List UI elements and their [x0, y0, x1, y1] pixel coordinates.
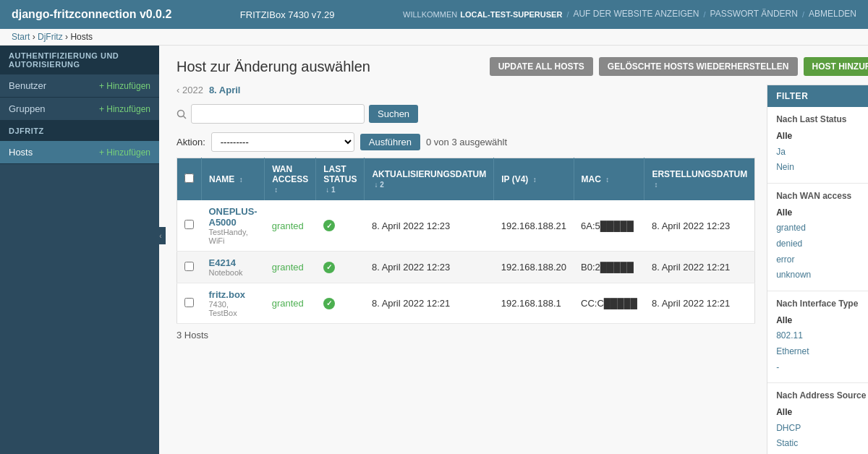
filter-link-2-0[interactable]: Alle [776, 313, 868, 329]
col-created[interactable]: ERSTELLUNGSDATUM ↕ [644, 158, 755, 201]
action-row: Aktion: --------- Ausgewählte Hosts lösc… [176, 132, 755, 152]
filter-link-3-1[interactable]: DHCP [776, 421, 868, 437]
col-update-date[interactable]: AKTUALISIERUNGSDATUM ↓ 2 [365, 158, 494, 201]
col-mac[interactable]: MAC ↕ [574, 158, 644, 201]
filter-section-3: Nach Address SourceAlleDHCPStatic [767, 383, 868, 454]
filter-link-1-3[interactable]: error [776, 252, 868, 268]
logout-link[interactable]: ABMELDEN [809, 7, 856, 22]
row-created: 8. April 2022 12:21 [644, 252, 755, 283]
table-row: E4214 Notebook granted 8. April 2022 12:… [177, 252, 755, 283]
filter-section-title-2: Nach Interface Type [776, 299, 868, 309]
row-checkbox[interactable] [184, 298, 194, 307]
row-mac: B0:2█████ [574, 252, 644, 283]
col-last-status[interactable]: LAST STATUS ↓ 1 [316, 158, 365, 201]
filter-link-2-2[interactable]: Ethernet [776, 344, 868, 360]
table-header-row: NAME ↕ WAN ACCESS ↕ LAST STATUS ↓ 1 AKTU… [177, 158, 755, 201]
filter-link-0-0[interactable]: Alle [776, 129, 868, 145]
filter-link-1-4[interactable]: unknown [776, 267, 868, 283]
row-name: fritz.box 7430, TestBox [202, 283, 265, 324]
row-checkbox-cell [177, 252, 202, 283]
row-ip: 192.168.188.21 [494, 200, 574, 252]
sidebar: AUTHENTIFIZIERUNG UND AUTORISIERUNG Benu… [0, 46, 159, 454]
sidebar-item-hosts[interactable]: Hosts + Hinzufügen [0, 141, 159, 164]
row-checkbox[interactable] [184, 262, 194, 271]
groups-label: Gruppen [9, 103, 46, 114]
search-button[interactable]: Suchen [369, 105, 418, 123]
users-add-link[interactable]: + Hinzufügen [99, 81, 150, 91]
row-name: ONEPLUS-A5000 TestHandy, WiFi [202, 200, 265, 252]
data-table: NAME ↕ WAN ACCESS ↕ LAST STATUS ↓ 1 AKTU… [176, 158, 755, 324]
row-wan-access: granted [265, 200, 316, 252]
select-all-checkbox[interactable] [184, 174, 194, 183]
search-input[interactable] [191, 104, 365, 124]
filter-link-0-2[interactable]: Nein [776, 160, 868, 176]
svg-line-1 [184, 116, 187, 119]
host-name-link[interactable]: ONEPLUS-A5000 [209, 206, 258, 228]
breadcrumb-current: Hosts [70, 32, 93, 42]
status-icon [323, 220, 335, 231]
filter-link-0-1[interactable]: Ja [776, 145, 868, 160]
search-icon [176, 109, 187, 119]
selection-count: 0 von 3 ausgewählt [426, 137, 507, 147]
filter-section-title-0: Nach Last Status [776, 114, 868, 124]
row-ip: 192.168.188.20 [494, 252, 574, 283]
restore-hosts-button[interactable]: GELÖSCHTE HOSTS WIEDERHERSTELLEN [599, 57, 798, 76]
device-name: FRITZIBox 7430 v7.29 [240, 9, 335, 20]
filter-link-1-2[interactable]: denied [776, 236, 868, 252]
row-last-status [316, 252, 365, 283]
breadcrumb-djfritz[interactable]: DjFritz [38, 32, 63, 42]
groups-add-link[interactable]: + Hinzufügen [99, 104, 150, 114]
col-ip[interactable]: IP (V4) ↕ [494, 158, 574, 201]
host-count: 3 Hosts [176, 330, 755, 340]
table-row: ONEPLUS-A5000 TestHandy, WiFi granted 8.… [177, 200, 755, 252]
add-host-button[interactable]: HOST HINZUFÜGEN + [804, 57, 868, 76]
row-mac: CC:C█████ [574, 283, 644, 324]
view-site-link[interactable]: AUF DER WEBSITE ANZEIGEN [573, 7, 699, 22]
action-select[interactable]: --------- Ausgewählte Hosts löschen [211, 132, 354, 152]
change-password-link[interactable]: PASSWORT ÄNDERN [710, 7, 798, 22]
separator3: / [802, 10, 804, 19]
filter-section-title-3: Nach Address Source [776, 390, 868, 401]
filter-link-3-0[interactable]: Alle [776, 405, 868, 421]
row-created: 8. April 2022 12:21 [644, 283, 755, 324]
update-hosts-button[interactable]: UPDATE ALL HOSTS [490, 57, 593, 76]
filter-section-2: Nach Interface TypeAlle802.11Ethernet- [767, 291, 868, 383]
header-buttons: UPDATE ALL HOSTS GELÖSCHTE HOSTS WIEDERH… [490, 57, 868, 76]
filter-link-3-2[interactable]: Static [776, 436, 868, 452]
row-checkbox[interactable] [184, 220, 194, 229]
content-with-filter: ‹ 2022 8. April Suchen Ak [176, 85, 868, 454]
users-label: Benutzer [9, 80, 46, 91]
main-layout: AUTHENTIFIZIERUNG UND AUTORISIERUNG Benu… [0, 46, 868, 454]
row-name: E4214 Notebook [202, 252, 265, 283]
sidebar-item-users[interactable]: Benutzer + Hinzufügen [0, 74, 159, 98]
col-checkbox [177, 158, 202, 201]
row-ip: 192.168.188.1 [494, 283, 574, 324]
action-label: Aktion: [176, 137, 205, 147]
month-nav[interactable]: 8. April [209, 85, 241, 95]
page-header: Host zur Änderung auswählen UPDATE ALL H… [176, 57, 868, 76]
host-sub-text: Notebook [209, 268, 258, 277]
sidebar-toggle[interactable]: ‹ [156, 227, 166, 244]
breadcrumb-start[interactable]: Start [12, 32, 30, 42]
filter-link-1-1[interactable]: granted [776, 220, 868, 236]
filter-link-2-1[interactable]: 802.11 [776, 328, 868, 344]
host-name-link[interactable]: E4214 [209, 257, 237, 268]
date-nav: ‹ 2022 8. April [176, 85, 755, 95]
col-name[interactable]: NAME ↕ [202, 158, 265, 201]
year-nav[interactable]: ‹ 2022 [176, 85, 203, 95]
filter-link-2-3[interactable]: - [776, 360, 868, 376]
host-name-link[interactable]: fritz.box [209, 289, 246, 300]
search-bar: Suchen [176, 104, 755, 124]
row-last-status [316, 283, 365, 324]
row-wan-access: granted [265, 283, 316, 324]
filter-sidebar: FILTER Nach Last StatusAlleJaNeinNach WA… [767, 85, 868, 454]
col-wan-access[interactable]: WAN ACCESS ↕ [265, 158, 316, 201]
run-button[interactable]: Ausführen [360, 134, 420, 150]
hosts-add-link[interactable]: + Hinzufügen [99, 147, 150, 158]
top-nav: WILLKOMMEN LOCAL-TEST-SUPERUSER / AUF DE… [403, 7, 856, 22]
svg-point-0 [178, 110, 184, 116]
sidebar-djfritz-header: DJFRITZ [0, 121, 159, 141]
sidebar-item-groups[interactable]: Gruppen + Hinzufügen [0, 98, 159, 121]
host-sub-text: 7430, TestBox [209, 300, 258, 317]
filter-link-1-0[interactable]: Alle [776, 205, 868, 221]
